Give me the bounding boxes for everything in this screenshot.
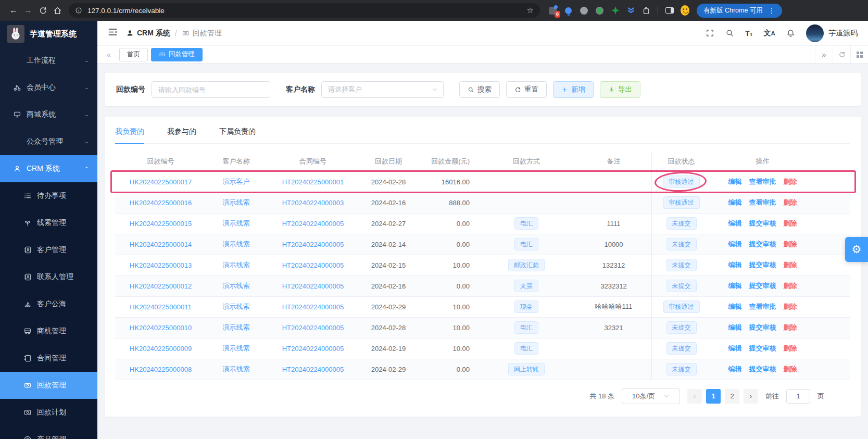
- customer-link[interactable]: 演示客户: [223, 178, 250, 185]
- search-button[interactable]: 搜索: [459, 81, 500, 98]
- sidebar-item-receivable[interactable]: 回款管理: [0, 372, 97, 399]
- sidebar-item-clue[interactable]: 线索管理: [0, 209, 97, 236]
- extensions-puzzle-icon[interactable]: [642, 6, 651, 15]
- delete-link[interactable]: 删除: [784, 303, 797, 310]
- audit-link[interactable]: 提交审核: [749, 261, 776, 269]
- contract-no-link[interactable]: HT20240224000005: [282, 241, 344, 248]
- sidebar-item-public-sea[interactable]: 客户公海: [0, 291, 97, 318]
- scroll-right-icon[interactable]: »: [815, 46, 833, 63]
- font-size-icon[interactable]: Tт: [745, 29, 752, 37]
- collapse-menu-icon[interactable]: [108, 27, 118, 39]
- customer-link[interactable]: 演示线索: [223, 261, 250, 269]
- goto-page-input[interactable]: [786, 389, 810, 404]
- side-panel-icon[interactable]: [665, 6, 674, 15]
- add-button[interactable]: 新增: [553, 81, 594, 98]
- receivable-no-link[interactable]: HK20240225000015: [130, 220, 192, 228]
- username[interactable]: 芋道源码: [828, 29, 858, 38]
- tab-home[interactable]: 首页: [119, 48, 148, 61]
- receivable-no-link[interactable]: HK20240225000008: [130, 366, 192, 373]
- breadcrumb-receivable[interactable]: 回款管理: [182, 29, 222, 38]
- customer-link[interactable]: 演示线索: [223, 323, 250, 331]
- sidebar-item-contact[interactable]: 联系人管理: [0, 264, 97, 291]
- contract-no-link[interactable]: HT20240224000005: [282, 261, 344, 269]
- forward-icon[interactable]: →: [21, 3, 35, 18]
- receivable-no-link[interactable]: HK20240225000013: [130, 261, 192, 269]
- audit-link[interactable]: 提交审核: [749, 365, 776, 373]
- sidebar-item-member[interactable]: 会员中心 ⌄: [0, 74, 97, 101]
- sidebar-item-customer[interactable]: 客户管理: [0, 236, 97, 264]
- tab-my-responsible[interactable]: 我负责的: [115, 124, 144, 143]
- page-2-button[interactable]: 2: [725, 389, 739, 404]
- edit-link[interactable]: 编辑: [728, 198, 742, 206]
- receivable-no-input[interactable]: [152, 81, 270, 98]
- extension-icon[interactable]: 6: [548, 6, 557, 15]
- delete-link[interactable]: 删除: [784, 323, 797, 331]
- reset-button[interactable]: 重置: [506, 81, 547, 98]
- contract-no-link[interactable]: HT20240224000005: [282, 324, 344, 332]
- language-icon[interactable]: 文A: [764, 29, 775, 38]
- page-size-select[interactable]: 10条/页: [622, 388, 680, 404]
- browser-menu-icon[interactable]: ⋮: [768, 6, 775, 15]
- customer-link[interactable]: 演示线索: [223, 344, 250, 352]
- fullscreen-icon[interactable]: [706, 29, 714, 37]
- delete-link[interactable]: 删除: [784, 240, 797, 248]
- sidebar-item-contract[interactable]: 合同管理: [0, 345, 97, 372]
- receivable-no-link[interactable]: HK20240225000016: [130, 199, 192, 207]
- site-info-icon[interactable]: [75, 7, 82, 14]
- receivable-no-link[interactable]: HK20240225000011: [130, 303, 191, 311]
- chevrons-extension-icon[interactable]: [626, 6, 635, 15]
- edit-link[interactable]: 编辑: [728, 282, 742, 290]
- delete-link[interactable]: 删除: [784, 178, 797, 185]
- edit-link[interactable]: 编辑: [728, 365, 742, 373]
- sidebar-item-workflow[interactable]: 工作流程 ⌄: [0, 47, 97, 74]
- delete-link[interactable]: 删除: [784, 261, 797, 269]
- balloon-extension-icon[interactable]: [564, 6, 573, 15]
- breadcrumb-crm[interactable]: CRM 系统: [126, 29, 170, 38]
- audit-link[interactable]: 查看审批: [749, 303, 776, 310]
- notification-bell-icon[interactable]: [786, 29, 795, 37]
- edit-link[interactable]: 编辑: [728, 240, 742, 248]
- bookmark-star-icon[interactable]: ☆: [527, 6, 534, 15]
- audit-link[interactable]: 提交审核: [749, 240, 776, 248]
- export-button[interactable]: 导出: [600, 81, 640, 98]
- contract-no-link[interactable]: HT20240224000005: [282, 345, 344, 353]
- settings-gear-button[interactable]: ⚙: [845, 237, 868, 262]
- audit-link[interactable]: 提交审核: [749, 344, 776, 352]
- delete-link[interactable]: 删除: [784, 198, 797, 206]
- edit-link[interactable]: 编辑: [728, 219, 742, 227]
- customer-link[interactable]: 演示线索: [223, 365, 250, 373]
- sidebar-item-mall[interactable]: 商城系统 ⌄: [0, 101, 97, 128]
- star-extension-icon[interactable]: [611, 6, 620, 15]
- customer-select[interactable]: 请选择客户: [321, 81, 444, 98]
- edit-link[interactable]: 编辑: [728, 323, 742, 331]
- customer-link[interactable]: 演示线索: [223, 303, 250, 310]
- audit-link[interactable]: 查看审批: [749, 178, 776, 185]
- sidebar-item-receivable-plan[interactable]: 回款计划: [0, 399, 97, 426]
- edit-link[interactable]: 编辑: [728, 303, 742, 310]
- contract-no-link[interactable]: HT20240224000005: [282, 282, 344, 290]
- audit-link[interactable]: 提交审核: [749, 219, 776, 227]
- receivable-no-link[interactable]: HK20240225000010: [130, 324, 192, 332]
- audit-link[interactable]: 提交审核: [749, 323, 776, 331]
- refresh-tab-icon[interactable]: [833, 46, 850, 63]
- search-icon[interactable]: [725, 29, 734, 37]
- contract-no-link[interactable]: HT20240224000005: [282, 303, 344, 311]
- home-icon[interactable]: [50, 3, 65, 18]
- next-page-button[interactable]: ›: [744, 389, 758, 404]
- audit-link[interactable]: 提交审核: [749, 282, 776, 290]
- page-1-button[interactable]: 1: [706, 389, 721, 404]
- customer-link[interactable]: 演示线索: [223, 240, 250, 248]
- tab-subordinate[interactable]: 下属负责的: [219, 124, 256, 143]
- edit-link[interactable]: 编辑: [728, 178, 742, 185]
- contract-no-link[interactable]: HT20240224000005: [282, 366, 344, 373]
- edit-link[interactable]: 编辑: [728, 344, 742, 352]
- delete-link[interactable]: 删除: [784, 219, 797, 227]
- app-logo[interactable]: 芋道管理系统: [0, 21, 97, 47]
- delete-link[interactable]: 删除: [784, 282, 797, 290]
- sidebar-item-official-account[interactable]: 公众号管理 ⌄: [0, 128, 97, 155]
- tab-my-participated[interactable]: 我参与的: [167, 124, 196, 143]
- green-extension-icon[interactable]: [595, 6, 604, 15]
- chrome-update-button[interactable]: 有新版 Chrome 可用 ⋮: [697, 4, 782, 18]
- customer-link[interactable]: 演示线索: [223, 198, 250, 206]
- tab-options-grid-icon[interactable]: [850, 46, 868, 63]
